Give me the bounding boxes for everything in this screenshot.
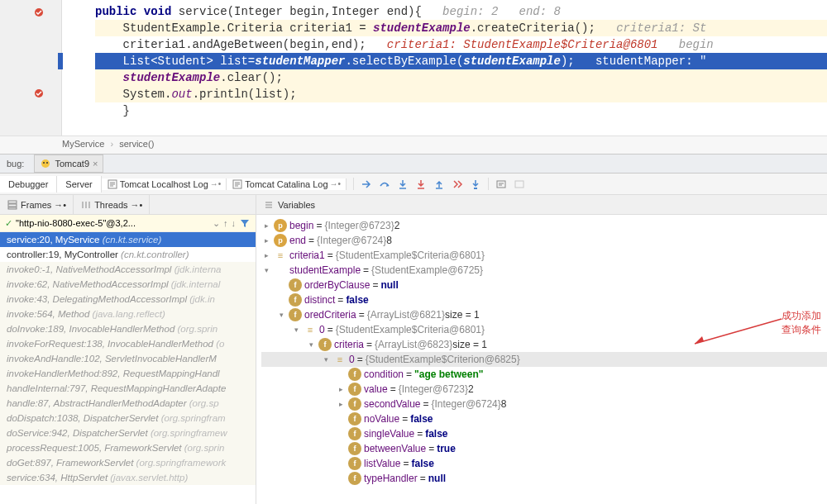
code-line[interactable]: List<Student> list=studentMapper.selectB…: [95, 53, 827, 69]
variable-value: {StudentExample@6725}: [371, 263, 483, 278]
tree-toggle-icon[interactable]: ▾: [291, 322, 301, 337]
breadcrumb-item[interactable]: MyService: [62, 139, 104, 149]
frame-item[interactable]: service:634, HttpServlet (javax.servlet.…: [0, 470, 256, 485]
variable-row[interactable]: ▾oostudentExample={StudentExample@6725}: [261, 263, 827, 278]
variable-name: orderByClause: [304, 278, 370, 292]
close-icon[interactable]: ×: [93, 159, 98, 169]
variable-value: {StudentExample$Criteria@6801}: [336, 248, 485, 263]
tree-toggle-icon[interactable]: ▸: [336, 382, 346, 397]
variable-row[interactable]: forderByClause=null: [261, 278, 827, 292]
code-line[interactable]: public void service(Integer begin,Intege…: [95, 3, 827, 20]
frame-item[interactable]: invoke:564, Method (java.lang.reflect): [0, 307, 256, 321]
frame-item[interactable]: invoke:62, NativeMethodAccessorImpl (jdk…: [0, 277, 256, 292]
breadcrumb-item[interactable]: service(): [119, 139, 154, 149]
thread-selector[interactable]: ✓ ⌄ ↑ ↓: [0, 215, 256, 232]
tab-threads[interactable]: Threads →•: [74, 195, 150, 214]
tree-toggle-icon[interactable]: ▾: [261, 263, 271, 278]
tree-toggle-icon[interactable]: ▾: [276, 307, 286, 322]
pin-icon[interactable]: →•: [54, 200, 66, 210]
tree-toggle-icon[interactable]: ▸: [261, 248, 271, 263]
tree-toggle-icon[interactable]: ▾: [321, 352, 331, 367]
pin-icon[interactable]: →•: [131, 200, 143, 210]
code-line[interactable]: studentExample.clear();: [95, 69, 827, 86]
force-step-into-icon[interactable]: [415, 178, 427, 189]
variable-name: studentExample: [289, 263, 361, 278]
drop-frame-icon[interactable]: [452, 178, 463, 189]
variable-row[interactable]: ▾≡0={StudentExample$Criterion@6825}: [261, 352, 827, 367]
frame-item[interactable]: invokeForRequest:138, InvocableHandlerMe…: [0, 336, 256, 351]
step-into-icon[interactable]: [397, 178, 409, 189]
variable-row[interactable]: flistValue=false: [261, 456, 827, 471]
thread-input[interactable]: [16, 218, 209, 228]
code-line[interactable]: StudentExample.Criteria criteria1 = stud…: [95, 20, 827, 36]
code-editor[interactable]: public void service(Integer begin,Intege…: [0, 0, 827, 136]
frames-list[interactable]: service:20, MyService (cn.kt.service)con…: [0, 232, 256, 504]
variable-row[interactable]: fdistinct=false: [261, 292, 827, 307]
filter-icon[interactable]: [239, 217, 251, 229]
frame-item[interactable]: doInvoke:189, InvocableHandlerMethod (or…: [0, 321, 256, 336]
frame-item[interactable]: doDispatch:1038, DispatcherServlet (org.…: [0, 411, 256, 426]
next-frame-icon[interactable]: ↓: [232, 218, 237, 228]
array-icon: ≡: [333, 353, 347, 366]
code-line[interactable]: }: [95, 102, 827, 119]
tab-localhost-log[interactable]: Tomcat Localhost Log →•: [102, 178, 227, 190]
frame-item[interactable]: handleInternal:797, RequestMappingHandle…: [0, 381, 256, 396]
variable-row[interactable]: ▾≡0={StudentExample$Criteria@6801}: [261, 322, 827, 337]
frame-item[interactable]: doService:942, DispatcherServlet (org.sp…: [0, 426, 256, 440]
frame-item[interactable]: invoke0:-1, NativeMethodAccessorImpl (jd…: [0, 262, 256, 277]
chevron-down-icon[interactable]: ⌄: [213, 218, 220, 229]
variable-row[interactable]: ▸fsecondValue={Integer@6724} 8: [261, 397, 827, 411]
field-icon: f: [348, 368, 361, 381]
variable-row[interactable]: ▾foredCriteria={ArrayList@6821} size = 1: [261, 307, 827, 322]
step-out-icon[interactable]: [433, 178, 445, 189]
check-icon: ✓: [5, 218, 12, 229]
tab-run-config[interactable]: Tomcat9 ×: [34, 155, 103, 173]
variable-row[interactable]: ▸≡criteria1={StudentExample$Criteria@680…: [261, 248, 827, 263]
tree-toggle-icon[interactable]: ▾: [306, 337, 316, 352]
tab-catalina-log[interactable]: Tomcat Catalina Log →•: [227, 178, 347, 190]
frame-item[interactable]: invoke:43, DelegatingMethodAccessorImpl …: [0, 292, 256, 307]
tree-toggle-icon[interactable]: ▸: [261, 233, 271, 248]
variable-row[interactable]: fbetweenValue=true: [261, 441, 827, 456]
variable-row[interactable]: ▸fvalue={Integer@6723} 2: [261, 382, 827, 397]
variable-name: begin: [289, 218, 313, 233]
tab-frames[interactable]: Frames →•: [0, 195, 74, 214]
svg-rect-17: [497, 181, 505, 188]
tree-toggle-icon[interactable]: ▸: [261, 218, 271, 233]
code-line[interactable]: criteria1.andAgeBetween(begin,end); crit…: [95, 36, 827, 53]
svg-rect-20: [515, 181, 523, 188]
frame-item[interactable]: invokeHandlerMethod:892, RequestMappingH…: [0, 366, 256, 381]
code-line[interactable]: System.out.println(list);: [95, 86, 827, 102]
tab-debugger[interactable]: Debugger: [0, 176, 57, 193]
variable-row[interactable]: ▸pbegin={Integer@6723} 2: [261, 218, 827, 233]
tab-server[interactable]: Server: [57, 176, 101, 193]
prev-frame-icon[interactable]: ↑: [223, 218, 228, 228]
frame-item[interactable]: processRequest:1005, FrameworkServlet (o…: [0, 440, 256, 455]
frame-item[interactable]: service:20, MyService (cn.kt.service): [0, 232, 256, 247]
step-over-icon[interactable]: [379, 178, 390, 189]
breakpoint-icon[interactable]: [33, 7, 45, 18]
tab-label: Tomcat9: [55, 159, 89, 169]
evaluate-expression-icon[interactable]: [495, 178, 507, 189]
variables-tree[interactable]: ▸pbegin={Integer@6723} 2▸pend={Integer@6…: [256, 215, 827, 486]
variable-row[interactable]: ftypeHandler=null: [261, 471, 827, 486]
debug-label: bug:: [0, 159, 31, 169]
run-to-cursor-icon[interactable]: [470, 178, 481, 189]
frame-item[interactable]: doGet:897, FrameworkServlet (org.springf…: [0, 455, 256, 470]
tree-toggle-icon[interactable]: ▸: [336, 397, 346, 411]
variable-row[interactable]: ▸pend={Integer@6724} 8: [261, 233, 827, 248]
variable-row[interactable]: fnoValue=false: [261, 411, 827, 426]
trace-current-stream-chain-icon[interactable]: [514, 178, 525, 189]
variable-name: noValue: [364, 411, 399, 426]
frame-item[interactable]: controller:19, MyController (cn.kt.contr…: [0, 247, 256, 262]
field-icon: f: [318, 338, 332, 351]
breakpoint-icon[interactable]: [33, 88, 45, 99]
variable-row[interactable]: fcondition="age between": [261, 367, 827, 382]
variable-row[interactable]: fsingleValue=false: [261, 426, 827, 441]
pin-icon[interactable]: →•: [330, 179, 342, 188]
pin-icon[interactable]: →•: [210, 179, 222, 188]
variable-row[interactable]: ▾fcriteria={ArrayList@6823} size = 1: [261, 337, 827, 352]
frame-item[interactable]: invokeAndHandle:102, ServletInvocableHan…: [0, 351, 256, 366]
show-execution-point-icon[interactable]: [361, 178, 372, 189]
frame-item[interactable]: handle:87, AbstractHandlerMethodAdapter …: [0, 396, 256, 411]
